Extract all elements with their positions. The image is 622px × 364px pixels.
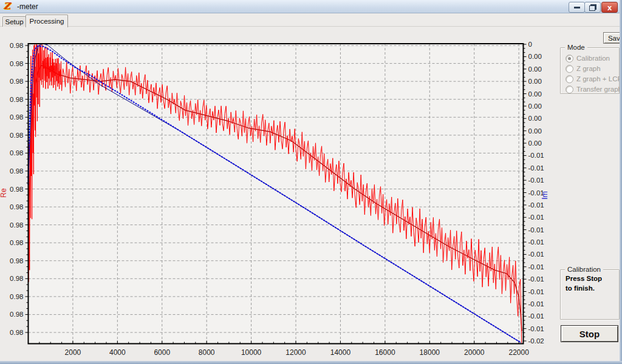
svg-text:-0.01: -0.01: [528, 275, 544, 283]
svg-text:-0.01: -0.01: [528, 251, 544, 258]
svg-text:0.98: 0.98: [10, 113, 23, 121]
svg-text:0.98: 0.98: [10, 96, 23, 103]
svg-text:0.98: 0.98: [10, 60, 23, 67]
re-axis-title: Re: [0, 188, 8, 198]
svg-text:-0.01: -0.01: [528, 300, 544, 308]
tab-setup[interactable]: Setup: [2, 16, 26, 27]
svg-text:22000: 22000: [508, 348, 529, 357]
svg-text:-0.01: -0.01: [528, 325, 544, 332]
svg-text:0.98: 0.98: [10, 149, 23, 157]
svg-text:-0.01: -0.01: [528, 263, 544, 271]
svg-text:10000: 10000: [241, 348, 262, 357]
svg-text:0.98: 0.98: [10, 186, 23, 193]
svg-text:18000: 18000: [420, 348, 440, 357]
svg-text:0.00: 0.00: [528, 115, 542, 122]
svg-text:0.98: 0.98: [10, 221, 23, 229]
svg-text:-0.01: -0.01: [528, 201, 544, 209]
svg-text:0.98: 0.98: [10, 203, 23, 211]
svg-text:16000: 16000: [375, 348, 395, 357]
app-icon: Z: [4, 1, 10, 12]
svg-text:0.98: 0.98: [10, 329, 23, 336]
app-window: { "window": { "title": "-meter", "icon":…: [0, 0, 622, 364]
svg-text:12000: 12000: [285, 348, 306, 357]
svg-text:0.98: 0.98: [10, 257, 23, 265]
svg-text:2000: 2000: [65, 348, 81, 357]
svg-text:-0.01: -0.01: [528, 214, 544, 221]
minimize-button[interactable]: [569, 2, 585, 13]
calibration-chart: 2000400060008000100001200014000160001800…: [0, 0, 622, 364]
restore-icon: [589, 5, 595, 11]
svg-text:0.98: 0.98: [10, 293, 23, 300]
close-icon: x: [607, 4, 612, 12]
svg-text:0.00: 0.00: [528, 66, 542, 73]
svg-text:0.98: 0.98: [10, 78, 23, 85]
svg-text:0: 0: [528, 41, 532, 48]
svg-text:0.00: 0.00: [528, 103, 542, 110]
svg-text:0.00: 0.00: [528, 140, 542, 147]
tab-processing[interactable]: Processing: [26, 15, 68, 27]
svg-text:14000: 14000: [330, 348, 351, 357]
svg-text:-0.01: -0.01: [528, 177, 544, 184]
minimize-icon: [574, 7, 580, 8]
svg-text:0.00: 0.00: [528, 127, 542, 135]
svg-text:0.98: 0.98: [10, 167, 23, 175]
svg-text:-0.01: -0.01: [528, 238, 544, 246]
window-border-bottom: [0, 361, 622, 364]
restore-button[interactable]: [584, 2, 601, 13]
svg-text:0.98: 0.98: [10, 311, 23, 318]
svg-text:0.98: 0.98: [10, 132, 23, 139]
svg-text:-0.01: -0.01: [528, 288, 544, 295]
svg-text:4000: 4000: [109, 348, 126, 357]
svg-text:-0.02: -0.02: [528, 337, 544, 345]
svg-text:-0.01: -0.01: [528, 152, 544, 159]
svg-text:-0.01: -0.01: [528, 164, 544, 172]
svg-text:0.98: 0.98: [10, 275, 23, 282]
svg-text:8000: 8000: [199, 348, 215, 357]
close-button[interactable]: x: [601, 2, 618, 13]
svg-text:0.98: 0.98: [10, 42, 23, 49]
svg-text:0.00: 0.00: [528, 78, 542, 85]
svg-text:0.00: 0.00: [528, 90, 542, 98]
title-bar: Z -meter x: [0, 0, 622, 13]
svg-text:6000: 6000: [154, 348, 170, 357]
svg-text:20000: 20000: [464, 348, 485, 357]
svg-text:0.00: 0.00: [528, 53, 542, 60]
svg-text:-0.01: -0.01: [528, 226, 544, 234]
svg-text:-0.01: -0.01: [528, 312, 544, 320]
window-border-right: [620, 0, 622, 364]
svg-text:0.98: 0.98: [10, 239, 23, 246]
im-axis-title: Im: [541, 191, 549, 199]
window-title: -meter: [17, 2, 38, 11]
